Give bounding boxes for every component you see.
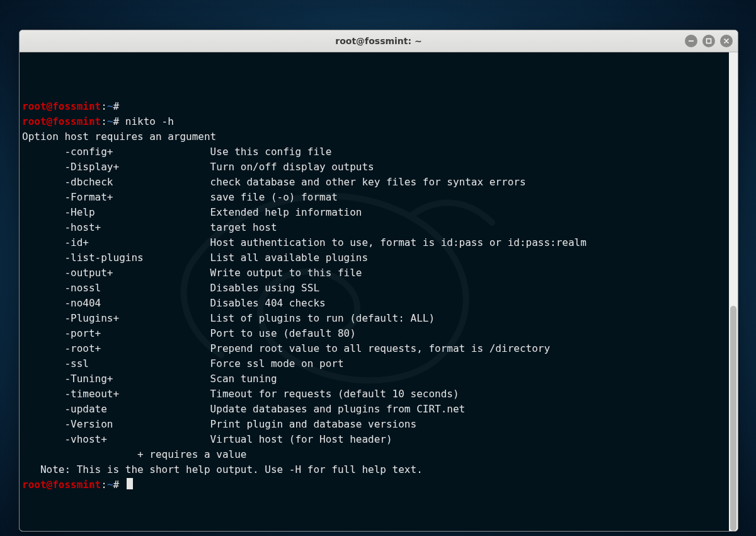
option-line: -Tuning+ Scan tuning bbox=[22, 371, 726, 387]
option-line: -Version Print plugin and database versi… bbox=[22, 417, 726, 432]
prompt-line: root@fossmint:~# bbox=[22, 477, 726, 492]
option-line: -config+ Use this config file bbox=[22, 144, 726, 160]
desktop-background: root@fossmint: ~ root@fossmint:~# root@f… bbox=[0, 0, 756, 536]
terminal-body-wrap: root@fossmint:~# root@fossmint:~# nikto … bbox=[20, 52, 738, 531]
command-text: nikto -h bbox=[125, 115, 174, 127]
close-button[interactable] bbox=[720, 35, 733, 47]
close-icon bbox=[723, 38, 730, 44]
option-line: -host+ target host bbox=[22, 220, 726, 235]
option-line: -output+ Write output to this file bbox=[22, 265, 726, 281]
option-line: -Plugins+ List of plugins to run (defaul… bbox=[22, 311, 726, 326]
note-line: Note: This is the short help output. Use… bbox=[22, 462, 726, 477]
minimize-button[interactable] bbox=[685, 35, 697, 47]
option-line: -nossl Disables using SSL bbox=[22, 281, 726, 296]
prompt-line: root@fossmint:~# bbox=[22, 99, 726, 114]
prompt-line: root@fossmint:~# nikto -h bbox=[22, 114, 726, 129]
option-line: -Display+ Turn on/off display outputs bbox=[22, 160, 726, 175]
option-line: -timeout+ Timeout for requests (default … bbox=[22, 387, 726, 402]
error-line: Option host requires an argument bbox=[22, 129, 726, 144]
option-line: -ssl Force ssl mode on port bbox=[22, 356, 726, 371]
terminal-window: root@fossmint: ~ root@fossmint:~# root@f… bbox=[19, 30, 738, 532]
window-titlebar[interactable]: root@fossmint: ~ bbox=[20, 30, 738, 52]
text-cursor bbox=[127, 478, 133, 489]
svg-rect-0 bbox=[689, 40, 694, 42]
maximize-icon bbox=[706, 38, 712, 44]
option-line: -no404 Disables 404 checks bbox=[22, 296, 726, 311]
option-line: -root+ Prepend root value to all request… bbox=[22, 341, 726, 356]
minimize-icon bbox=[688, 38, 694, 44]
option-line: -Help Extended help information bbox=[22, 205, 726, 220]
option-line: -dbcheck check database and other key fi… bbox=[22, 175, 726, 190]
option-line: -Format+ save file (-o) format bbox=[22, 190, 726, 205]
terminal-viewport[interactable]: root@fossmint:~# root@fossmint:~# nikto … bbox=[20, 52, 729, 531]
window-title: root@fossmint: ~ bbox=[20, 36, 738, 46]
window-controls bbox=[685, 30, 733, 52]
scrollbar-thumb[interactable] bbox=[730, 306, 736, 531]
option-line: -port+ Port to use (default 80) bbox=[22, 326, 726, 341]
svg-rect-1 bbox=[707, 39, 711, 44]
maximize-button[interactable] bbox=[702, 35, 715, 47]
option-line: -vhost+ Virtual host (for Host header) bbox=[22, 432, 726, 447]
option-line: -update Update databases and plugins fro… bbox=[22, 402, 726, 417]
requires-value-line: + requires a value bbox=[22, 447, 726, 462]
option-line: -id+ Host authentication to use, format … bbox=[22, 235, 726, 250]
option-line: -list-plugins List all available plugins bbox=[22, 250, 726, 265]
vertical-scrollbar[interactable] bbox=[729, 52, 738, 531]
